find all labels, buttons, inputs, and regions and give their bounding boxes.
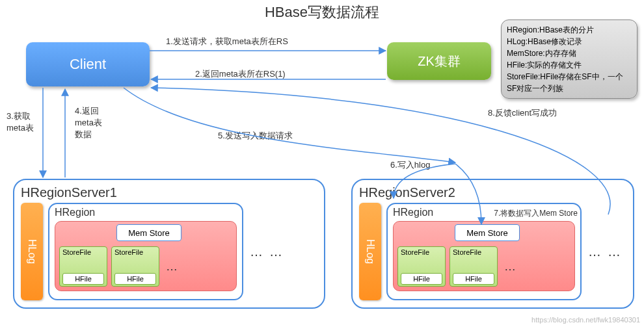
step1-label: 1.发送请求，获取meta表所在RS: [166, 36, 288, 47]
legend-line: HRegion:HBase表的分片: [507, 24, 632, 36]
step8-label: 8.反馈client写成功: [488, 107, 557, 119]
ellipsis: …: [588, 244, 601, 259]
storefile-label: StoreFile: [114, 248, 156, 256]
watermark: https://blog.csdn.net/fwk19840301: [531, 316, 640, 324]
hlog-label: HLog: [364, 239, 376, 264]
legend-box: HRegion:HBase表的分片 HLog:HBase修改记录 MemStor…: [501, 20, 637, 99]
memstore-box: Mem Store: [116, 224, 181, 241]
storefile-box: StoreFile HFile: [59, 246, 107, 287]
storefile-label: StoreFile: [401, 248, 442, 256]
zk-cluster-box: ZK集群: [387, 42, 491, 80]
rs1-label: HRegionServer1: [21, 185, 317, 200]
hregionserver2-box: HRegionServer2 HLog HRegion 7.将数据写入Mem S…: [351, 179, 634, 309]
step3-label-b: meta表: [7, 122, 34, 134]
hregion-box: HRegion Mem Store StoreFile HFile StoreF…: [48, 203, 243, 300]
client-label: Client: [70, 56, 106, 73]
ellipsis: …: [250, 244, 263, 259]
zk-label: ZK集群: [418, 53, 461, 70]
hfile-box: HFile: [62, 273, 104, 285]
ellipsis: …: [163, 260, 180, 274]
storefile-box: StoreFile HFile: [111, 246, 159, 287]
storefile-label: StoreFile: [62, 248, 104, 256]
rs2-label: HRegionServer2: [359, 185, 626, 200]
step7-label: 7.将数据写入Mem Store: [494, 208, 578, 219]
storefile-box: StoreFile HFile: [397, 246, 446, 287]
ellipsis: …: [502, 260, 518, 274]
store-box: Mem Store StoreFile HFile StoreFile HFil…: [55, 221, 237, 291]
storefile-box: StoreFile HFile: [449, 246, 498, 287]
step4-label-a: 4.返回: [75, 105, 99, 117]
ellipsis: …: [269, 244, 282, 259]
ellipsis: …: [608, 244, 621, 259]
hfile-box: HFile: [114, 273, 156, 285]
legend-line: HFile:实际的存储文件: [507, 59, 632, 71]
hfile-box: HFile: [453, 273, 494, 285]
hlog-box: HLog: [21, 203, 43, 300]
hregion-box: HRegion 7.将数据写入Mem Store Mem Store Store…: [386, 203, 582, 300]
diagram-title: HBase写数据流程: [265, 3, 379, 22]
hlog-label: HLog: [26, 239, 38, 264]
store-box: Mem Store StoreFile HFile StoreFile HFil…: [393, 221, 575, 291]
step2-label: 2.返回meta表所在RS(1): [195, 68, 286, 80]
legend-line: MemStore:内存存储: [507, 47, 632, 59]
step6-label: 6.写入hlog: [390, 159, 430, 171]
legend-line: StoreFile:HFile存储在SF中，一个SF对应一个列族: [507, 71, 632, 94]
step5-label: 5.发送写入数据请求: [218, 130, 293, 142]
hregion-label: HRegion: [55, 207, 237, 218]
hfile-box: HFile: [401, 273, 442, 285]
client-box: Client: [26, 42, 150, 86]
storefile-label: StoreFile: [453, 248, 494, 256]
legend-line: HLog:HBase修改记录: [507, 36, 632, 47]
step4-label-c: 数据: [75, 129, 92, 140]
hregionserver1-box: HRegionServer1 HLog HRegion Mem Store St…: [13, 179, 325, 309]
step3-label-a: 3.获取: [7, 110, 31, 122]
step4-label-b: meta表: [75, 117, 102, 129]
hlog-box: HLog: [359, 203, 381, 300]
memstore-box: Mem Store: [455, 224, 520, 241]
